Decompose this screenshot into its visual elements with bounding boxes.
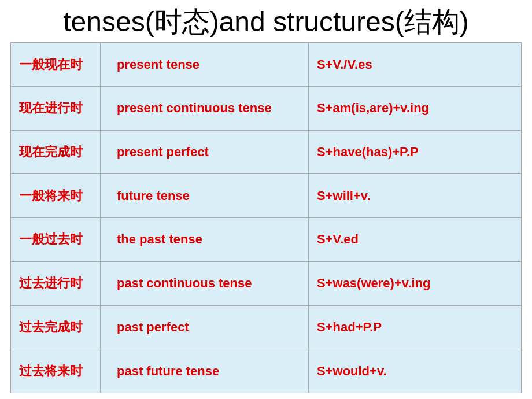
table-row: 一般现在时present tenseS+V./V.es xyxy=(11,43,522,87)
table-row: 过去完成时past perfectS+had+P.P xyxy=(11,305,522,349)
chinese-term: 现在进行时 xyxy=(11,86,101,130)
chinese-term: 现在完成时 xyxy=(11,130,101,174)
chinese-term: 过去将来时 xyxy=(11,349,101,393)
english-term: future tense xyxy=(101,174,309,218)
table-row: 现在进行时present continuous tenseS+am(is,are… xyxy=(11,86,522,130)
english-term: past continuous tense xyxy=(101,261,309,305)
english-term: past future tense xyxy=(101,349,309,393)
english-term: the past tense xyxy=(101,218,309,262)
structure-term: S+was(were)+v.ing xyxy=(309,261,522,305)
english-term: present tense xyxy=(101,43,309,87)
english-term: present continuous tense xyxy=(101,86,309,130)
structure-term: S+had+P.P xyxy=(309,305,522,349)
table-row: 一般过去时the past tenseS+V.ed xyxy=(11,218,522,262)
table-row: 现在完成时present perfectS+have(has)+P.P xyxy=(11,130,522,174)
page-title: tenses(时态)and structures(结构) xyxy=(10,0,522,42)
tense-table: 一般现在时present tenseS+V./V.es现在进行时present … xyxy=(10,42,522,393)
chinese-term: 一般过去时 xyxy=(11,218,101,262)
structure-term: S+would+v. xyxy=(309,349,522,393)
structure-term: S+V.ed xyxy=(309,218,522,262)
chinese-term: 一般将来时 xyxy=(11,174,101,218)
table-row: 一般将来时future tenseS+will+v. xyxy=(11,174,522,218)
chinese-term: 过去完成时 xyxy=(11,305,101,349)
structure-term: S+V./V.es xyxy=(309,43,522,87)
table-row: 过去将来时past future tenseS+would+v. xyxy=(11,349,522,393)
chinese-term: 一般现在时 xyxy=(11,43,101,87)
english-term: past perfect xyxy=(101,305,309,349)
english-term: present perfect xyxy=(101,130,309,174)
table-row: 过去进行时past continuous tenseS+was(were)+v.… xyxy=(11,261,522,305)
structure-term: S+will+v. xyxy=(309,174,522,218)
structure-term: S+am(is,are)+v.ing xyxy=(309,86,522,130)
page-container: tenses(时态)and structures(结构) 一般现在时presen… xyxy=(0,0,532,399)
structure-term: S+have(has)+P.P xyxy=(309,130,522,174)
chinese-term: 过去进行时 xyxy=(11,261,101,305)
